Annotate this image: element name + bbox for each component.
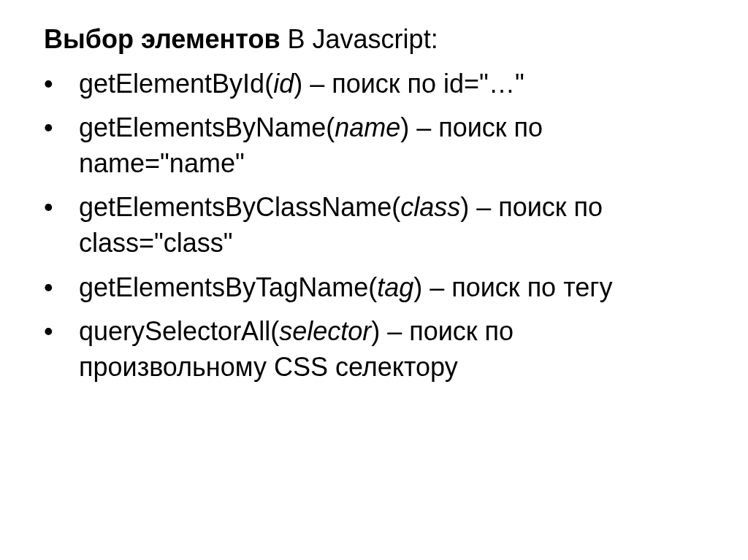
method-param: selector [279,316,371,346]
heading-rest: В Javascript: [280,24,438,54]
bullet-icon: • [44,190,79,261]
method-post: ) – поиск по id="…" [294,69,524,99]
bullet-icon: • [44,314,79,385]
list-item: • getElementsByClassName(class) – поиск … [44,190,704,261]
method-param: id [273,69,294,99]
list-item-content: getElementById(id) – поиск по id="…" [79,66,704,102]
bullet-icon: • [44,270,79,306]
method-pre: querySelectorAll( [79,316,279,346]
method-pre: getElementById( [79,69,273,99]
heading-bold: Выбор элементов [44,24,280,54]
list-item: • getElementsByName(name) – поиск по nam… [44,110,704,181]
method-pre: getElementsByName( [79,112,335,142]
list-item: • querySelectorAll(selector) – поиск по … [44,314,704,385]
list-item-content: getElementsByClassName(class) – поиск по… [79,190,704,261]
method-post: ) – поиск по тегу [413,272,612,302]
method-param: name [335,112,400,142]
method-param: class [400,192,460,222]
list-item: • getElementById(id) – поиск по id="…" [44,66,704,102]
method-pre: getElementsByClassName( [79,192,400,222]
method-param: tag [377,272,413,302]
list-item-content: getElementsByName(name) – поиск по name=… [79,110,704,181]
bullet-list: • getElementById(id) – поиск по id="…" •… [44,66,704,386]
slide-heading: Выбор элементов В Javascript: [44,22,704,58]
method-pre: getElementsByTagName( [79,272,377,302]
list-item: • getElementsByTagName(tag) – поиск по т… [44,270,704,306]
list-item-content: querySelectorAll(selector) – поиск по пр… [79,314,704,385]
bullet-icon: • [44,66,79,102]
list-item-content: getElementsByTagName(tag) – поиск по тег… [79,270,704,306]
bullet-icon: • [44,110,79,181]
